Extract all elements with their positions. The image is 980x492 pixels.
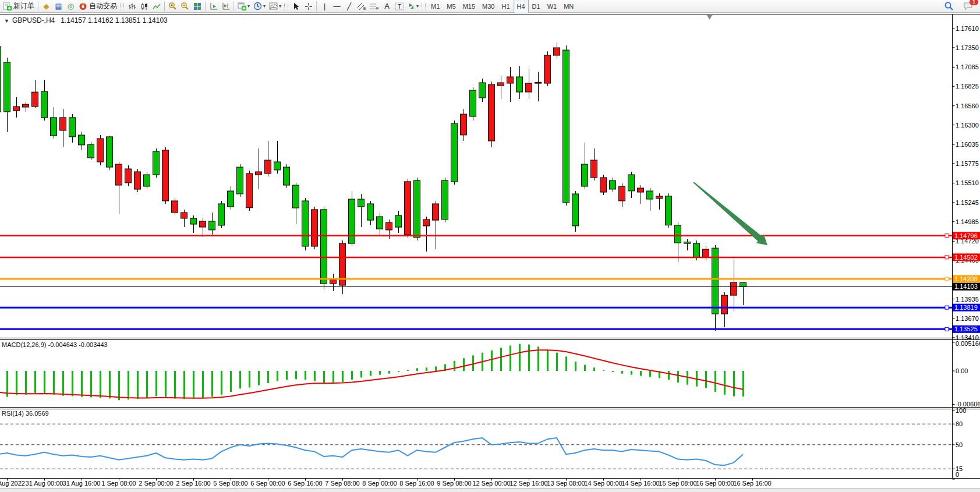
vertical-line-tool-button[interactable]: | bbox=[319, 1, 331, 12]
hline-handle[interactable] bbox=[945, 234, 949, 238]
price-tick-label: 1.17085 bbox=[956, 63, 979, 70]
time-axis-label: 7 Sep 08:00 bbox=[325, 480, 359, 487]
candle-body bbox=[144, 175, 150, 186]
candle-body bbox=[405, 182, 411, 235]
hline-handle[interactable] bbox=[945, 306, 949, 309]
hline-handle[interactable] bbox=[945, 256, 949, 259]
cursor-button[interactable] bbox=[290, 1, 302, 12]
channel-tool-button[interactable]: E bbox=[355, 1, 368, 12]
new-chart-icon bbox=[238, 2, 246, 10]
candle-body bbox=[13, 107, 20, 111]
navigator-icon: ◎ bbox=[68, 2, 74, 10]
toolbar-separator bbox=[316, 1, 317, 11]
candle-body bbox=[4, 62, 10, 112]
candle-body bbox=[237, 167, 243, 194]
chart-canvas[interactable]: 1.176101.173501.170851.168251.165601.163… bbox=[0, 0, 980, 492]
candle-body bbox=[451, 123, 458, 182]
candle-body bbox=[172, 201, 178, 213]
tab-timeframe-m1[interactable]: M1 bbox=[427, 0, 443, 13]
new-order-button[interactable]: 新订单 bbox=[1, 1, 36, 12]
zoom-out-button[interactable] bbox=[179, 1, 191, 12]
time-axis-label: 31 Aug 00:00 bbox=[26, 480, 63, 487]
price-tick-label: 1.16035 bbox=[956, 141, 979, 148]
market-watch-icon: ▦ bbox=[55, 2, 62, 10]
tile-windows-button[interactable] bbox=[191, 1, 203, 12]
price-tick-label: 1.16300 bbox=[956, 122, 979, 129]
price-tick-label: 1.14985 bbox=[956, 218, 979, 225]
candle-body bbox=[395, 215, 402, 227]
candle-body bbox=[218, 204, 225, 225]
auto-scroll-button[interactable] bbox=[207, 1, 220, 12]
price-tick-label: 1.17350 bbox=[956, 44, 979, 51]
periods-button[interactable]: ▾ bbox=[252, 1, 267, 12]
price-tick-label: 1.15510 bbox=[956, 179, 979, 186]
shift-marker[interactable] bbox=[707, 15, 712, 20]
hline-handle[interactable] bbox=[945, 277, 949, 281]
market-watch-button[interactable]: ▦ bbox=[52, 1, 65, 12]
trendline-tool-button[interactable]: ╱ bbox=[343, 1, 355, 12]
profiles-button[interactable]: ◆ bbox=[40, 1, 52, 12]
arrows-icon bbox=[408, 2, 415, 10]
candlestick-chart-button[interactable] bbox=[138, 1, 150, 12]
auto-scroll-icon bbox=[210, 2, 218, 10]
navigator-button[interactable]: ◎ bbox=[65, 1, 77, 12]
price-tick-label: 1.15775 bbox=[956, 160, 979, 167]
fibonacci-tool-button[interactable]: F bbox=[368, 1, 381, 12]
chart-title: ▼GBPUSD-,H41.14157 1.14162 1.13851 1.141… bbox=[4, 16, 168, 24]
arrows-tool-button[interactable]: ▾ bbox=[406, 1, 420, 12]
candle-body bbox=[51, 118, 57, 136]
text-tool-button[interactable]: A bbox=[381, 1, 393, 12]
profiles-icon: ◆ bbox=[44, 2, 49, 10]
candle-body bbox=[0, 47, 1, 112]
tab-timeframe-m5[interactable]: M5 bbox=[443, 0, 459, 13]
horizontal-line-tool-button[interactable]: — bbox=[331, 1, 343, 12]
candle-body bbox=[479, 83, 486, 98]
text-icon: A bbox=[384, 2, 390, 10]
toolbar-separator bbox=[233, 1, 234, 11]
candle-body bbox=[162, 150, 169, 201]
dropdown-caret: ▾ bbox=[247, 3, 250, 9]
time-axis-label: 13 Sep 08:00 bbox=[547, 480, 585, 487]
price-badge-label: 1.14796 bbox=[954, 232, 978, 239]
vertical-line-icon: | bbox=[324, 3, 326, 10]
candle-body bbox=[591, 160, 597, 178]
hline-handle[interactable] bbox=[945, 327, 949, 331]
label-tool-button[interactable]: T bbox=[393, 1, 406, 12]
tab-timeframe-mn[interactable]: MN bbox=[560, 0, 577, 13]
autotrading-button[interactable]: 自动交易 bbox=[77, 1, 119, 12]
candle-body bbox=[69, 118, 76, 137]
bar-chart-button[interactable] bbox=[126, 1, 138, 12]
indicators-button[interactable]: ▾ bbox=[267, 1, 283, 12]
notifications-button[interactable]: 1 bbox=[961, 1, 975, 12]
chart-collapse-icon[interactable]: ▼ bbox=[4, 18, 9, 24]
tab-timeframe-m15[interactable]: M15 bbox=[459, 0, 479, 13]
chart-shift-button[interactable] bbox=[220, 1, 232, 12]
price-badge-label: 1.14502 bbox=[954, 254, 978, 261]
toolbar-grip bbox=[284, 2, 288, 10]
new-chart-button[interactable]: ▾ bbox=[236, 1, 252, 12]
candle-body bbox=[23, 104, 29, 107]
candle-body bbox=[554, 48, 560, 55]
candlestick-chart-icon bbox=[140, 2, 148, 10]
dropdown-caret: ▾ bbox=[416, 3, 419, 9]
crosshair-button[interactable] bbox=[302, 1, 314, 12]
tab-timeframe-h1[interactable]: H1 bbox=[498, 0, 513, 13]
autotrading-label: 自动交易 bbox=[89, 1, 117, 11]
candle-body bbox=[563, 50, 569, 203]
tab-timeframe-h4[interactable]: H4 bbox=[514, 0, 529, 13]
tab-timeframe-m30[interactable]: M30 bbox=[479, 0, 498, 13]
tab-timeframe-w1[interactable]: W1 bbox=[544, 0, 561, 13]
candle-body bbox=[489, 84, 495, 141]
candle-body bbox=[116, 164, 122, 185]
candle-body bbox=[246, 174, 253, 208]
candle-body bbox=[610, 180, 616, 189]
line-chart-button[interactable] bbox=[150, 1, 162, 12]
candle-body bbox=[367, 204, 374, 220]
zoom-in-button[interactable] bbox=[167, 1, 179, 12]
search-button[interactable] bbox=[942, 1, 956, 12]
time-axis-label: 9 Sep 08:00 bbox=[437, 480, 471, 487]
candle-body bbox=[694, 243, 700, 257]
candle-body bbox=[274, 162, 281, 170]
tab-timeframe-d1[interactable]: D1 bbox=[529, 0, 544, 13]
price-tick-label: 1.17610 bbox=[956, 25, 979, 32]
